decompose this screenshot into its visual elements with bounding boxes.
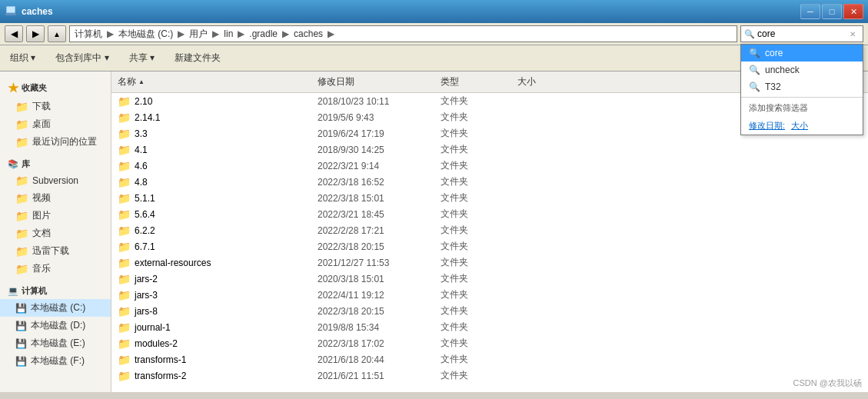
file-date-cell: 2021/12/27 11:53 xyxy=(311,257,434,269)
folder-icon-video: 📁 xyxy=(15,192,28,204)
search-area: 🔍 ✕ 🔍 core 🔍 uncheck 🔍 T32 添加搜索筛选器 xyxy=(740,25,863,42)
breadcrumb-users[interactable]: 用户 xyxy=(189,28,208,41)
file-size-cell xyxy=(511,262,573,264)
file-type-cell: 文件夹 xyxy=(434,126,511,141)
file-name-cell: 📁 2.14.1 xyxy=(111,111,311,125)
sidebar-item-pictures[interactable]: 📁 图片 xyxy=(0,207,111,224)
favorites-section: ★ 收藏夹 📁 下载 📁 桌面 📁 最近访问的位置 xyxy=(0,76,111,151)
file-name-cell: 📁 jars-8 xyxy=(111,304,311,318)
file-name-cell: 📁 5.1.1 xyxy=(111,191,311,205)
table-row[interactable]: 📁 transforms-2 2021/6/21 11:51 文件夹 xyxy=(111,367,868,384)
share-button[interactable]: 共享 ▾ xyxy=(124,48,160,68)
address-path[interactable]: 计算机 ▶ 本地磁盘 (C:) ▶ 用户 ▶ lin ▶ .gradle ▶ c… xyxy=(69,25,737,42)
dropdown-item-uncheck[interactable]: 🔍 uncheck xyxy=(741,62,863,78)
folder-icon: 📁 xyxy=(15,101,28,113)
breadcrumb-lin[interactable]: lin xyxy=(224,28,233,39)
sidebar-item-drive-f[interactable]: 💾 本地磁盘 (F:) xyxy=(0,352,111,370)
close-button[interactable]: ✕ xyxy=(843,4,863,19)
table-row[interactable]: 📁 4.1 2018/9/30 14:25 文件夹 xyxy=(111,141,868,158)
library-title: 📚 库 xyxy=(0,154,111,172)
sidebar-item-documents[interactable]: 📁 文档 xyxy=(0,224,111,242)
table-row[interactable]: 📁 6.7.1 2022/3/18 20:15 文件夹 xyxy=(111,238,868,254)
search-input[interactable] xyxy=(757,28,850,39)
drive-icon-d: 💾 xyxy=(15,321,27,331)
table-row[interactable]: 📁 jars-3 2022/4/11 19:12 文件夹 xyxy=(111,287,868,303)
folder-icon-row: 📁 xyxy=(118,95,131,108)
include-button[interactable]: 包含到库中 ▾ xyxy=(50,48,114,68)
file-type-cell: 文件夹 xyxy=(434,288,511,302)
folder-icon-row: 📁 xyxy=(118,354,131,366)
sidebar-item-thunder[interactable]: 📁 迅雷下载 xyxy=(0,242,111,260)
sidebar-item-drive-d[interactable]: 💾 本地磁盘 (D:) xyxy=(0,317,111,334)
folder-icon-thunder: 📁 xyxy=(15,245,28,258)
computer-section: 💻 计算机 💾 本地磁盘 (C:) 💾 本地磁盘 (D:) 💾 本地磁盘 (E:… xyxy=(0,281,111,370)
up-button[interactable]: ▲ xyxy=(48,25,66,42)
table-row[interactable]: 📁 6.2.2 2022/2/28 17:21 文件夹 xyxy=(111,222,868,238)
file-name-cell: 📁 5.6.4 xyxy=(111,208,311,221)
maximize-button[interactable]: □ xyxy=(822,4,842,19)
sidebar-item-download[interactable]: 📁 下载 xyxy=(0,98,111,115)
folder-icon-row: 📁 xyxy=(118,289,131,301)
library-section: 📚 库 📁 Subversion 📁 视频 📁 图片 📁 文档 📁 迅雷 xyxy=(0,154,111,278)
col-header-date[interactable]: 修改日期 xyxy=(311,74,434,90)
watermark: CSDN @农我以砀 xyxy=(793,377,862,389)
file-size-cell xyxy=(511,230,573,231)
col-header-size[interactable]: 大小 xyxy=(511,74,573,90)
breadcrumb-caches[interactable]: caches xyxy=(294,28,323,39)
file-type-cell: 文件夹 xyxy=(434,223,511,238)
sidebar-item-drive-c[interactable]: 💾 本地磁盘 (C:) xyxy=(0,299,111,317)
file-type-cell: 文件夹 xyxy=(434,142,511,157)
table-row[interactable]: 📁 jars-2 2020/3/18 15:01 文件夹 xyxy=(111,271,868,287)
table-row[interactable]: 📁 5.1.1 2022/3/18 15:01 文件夹 xyxy=(111,190,868,206)
table-row[interactable]: 📁 external-resources 2021/12/27 11:53 文件… xyxy=(111,254,868,271)
search-clear-button[interactable]: ✕ xyxy=(850,30,856,38)
file-name-cell: 📁 external-resources xyxy=(111,256,311,270)
breadcrumb-computer[interactable]: 计算机 xyxy=(75,28,102,41)
breadcrumb-drive[interactable]: 本地磁盘 (C:) xyxy=(118,28,173,41)
file-name-cell: 📁 journal-1 xyxy=(111,321,311,334)
table-row[interactable]: 📁 transforms-1 2021/6/18 20:44 文件夹 xyxy=(111,351,868,367)
table-row[interactable]: 📁 jars-8 2022/3/18 20:15 文件夹 xyxy=(111,303,868,319)
file-name-cell: 📁 3.3 xyxy=(111,127,311,141)
file-date-cell: 2022/3/21 9:14 xyxy=(311,160,434,172)
col-header-name[interactable]: 名称 ▲ xyxy=(111,74,311,90)
dropdown-item-t32[interactable]: 🔍 T32 xyxy=(741,78,863,95)
address-bar: ◀ ▶ ▲ 计算机 ▶ 本地磁盘 (C:) ▶ 用户 ▶ lin ▶ .grad… xyxy=(0,23,868,45)
search-dropdown: 🔍 core 🔍 uncheck 🔍 T32 添加搜索筛选器 修改日期: 大小 xyxy=(740,44,863,135)
sidebar-item-desktop[interactable]: 📁 桌面 xyxy=(0,115,111,133)
title-bar-icon xyxy=(5,5,17,19)
library-icon: 📚 xyxy=(8,159,18,169)
breadcrumb-gradle[interactable]: .gradle xyxy=(249,28,278,39)
sidebar-item-drive-e[interactable]: 💾 本地磁盘 (E:) xyxy=(0,334,111,352)
file-date-cell: 2018/9/30 14:25 xyxy=(311,144,434,156)
file-date-cell: 2019/8/8 15:34 xyxy=(311,321,434,334)
sidebar-item-subversion[interactable]: 📁 Subversion xyxy=(0,172,111,189)
sidebar-item-recent[interactable]: 📁 最近访问的位置 xyxy=(0,133,111,151)
sidebar-item-music[interactable]: 📁 音乐 xyxy=(0,260,111,278)
filter-size[interactable]: 大小 xyxy=(791,120,808,131)
file-date-cell: 2022/3/18 20:15 xyxy=(311,241,434,253)
sidebar-item-video[interactable]: 📁 视频 xyxy=(0,189,111,207)
table-row[interactable]: 📁 journal-1 2019/8/8 15:34 文件夹 xyxy=(111,319,868,335)
filter-date[interactable]: 修改日期: xyxy=(749,120,785,131)
new-folder-button[interactable]: 新建文件夹 xyxy=(169,48,226,68)
table-row[interactable]: 📁 modules-2 2022/3/18 17:02 文件夹 xyxy=(111,335,868,351)
organize-button[interactable]: 组织 ▾ xyxy=(5,48,41,68)
file-name-cell: 📁 jars-3 xyxy=(111,288,311,302)
table-row[interactable]: 📁 4.8 2022/3/18 16:52 文件夹 xyxy=(111,174,868,190)
forward-button[interactable]: ▶ xyxy=(26,25,45,42)
table-row[interactable]: 📁 4.6 2022/3/21 9:14 文件夹 xyxy=(111,158,868,174)
folder-icon-sv: 📁 xyxy=(15,175,28,187)
minimize-button[interactable]: ─ xyxy=(800,4,820,19)
title-bar-title: caches xyxy=(22,6,800,17)
star-icon: ★ xyxy=(8,81,18,95)
file-size-cell xyxy=(511,181,573,183)
table-row[interactable]: 📁 5.6.4 2022/3/21 18:45 文件夹 xyxy=(111,206,868,222)
file-size-cell xyxy=(511,133,573,135)
dropdown-item-core[interactable]: 🔍 core xyxy=(741,45,863,62)
folder-icon-row: 📁 xyxy=(118,160,131,172)
col-header-type[interactable]: 类型 xyxy=(434,74,511,90)
main-layout: ★ 收藏夹 📁 下载 📁 桌面 📁 最近访问的位置 📚 库 xyxy=(0,71,868,392)
back-button[interactable]: ◀ xyxy=(5,25,23,42)
folder-icon-row: 📁 xyxy=(118,370,131,382)
